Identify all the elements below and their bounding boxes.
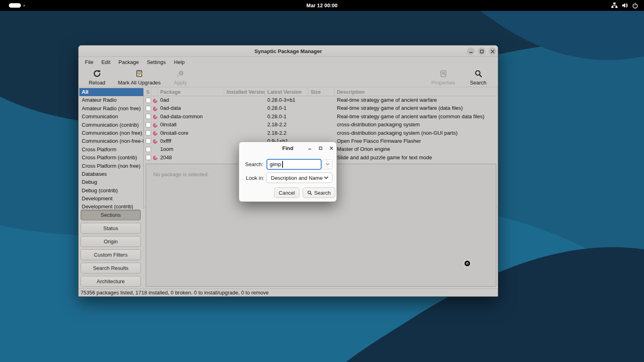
properties-icon xyxy=(439,69,448,78)
lookin-dropdown[interactable]: Description and Name xyxy=(266,173,332,183)
lookin-value: Description and Name xyxy=(271,175,323,181)
cell-description: cross-distribution packaging system (non… xyxy=(337,129,458,137)
origin-button[interactable]: Origin xyxy=(80,236,141,247)
cell-package: 0xffff xyxy=(160,137,171,145)
dialog-title-bar[interactable]: Find xyxy=(239,142,336,154)
cell-latest: 2.18-2.2 xyxy=(267,121,287,129)
minimize-button[interactable] xyxy=(467,47,475,55)
cell-description: Real-time strategy game of ancient warfa… xyxy=(337,96,437,104)
toolbar-label: Reload xyxy=(89,80,105,86)
debian-swirl-icon xyxy=(153,114,158,121)
package-checkbox[interactable] xyxy=(146,122,151,128)
menu-package[interactable]: Package xyxy=(114,57,143,67)
category-item[interactable]: Amateur Radio xyxy=(79,96,143,104)
column-header[interactable]: Size xyxy=(308,88,334,96)
dialog-search-button[interactable]: Search xyxy=(303,187,335,198)
debian-swirl-icon xyxy=(153,138,158,146)
search-history-dropdown[interactable] xyxy=(322,159,332,169)
clock[interactable]: Mar 12 00:00 xyxy=(0,0,644,11)
category-item[interactable]: Cross Platform (contrib) xyxy=(79,154,143,162)
lookin-label: Look in: xyxy=(246,175,264,181)
status-button[interactable]: Status xyxy=(80,223,141,234)
category-item[interactable]: Communication (contrib) xyxy=(79,121,143,129)
power-icon xyxy=(632,2,638,9)
category-item[interactable]: Cross Platform (non free) xyxy=(79,162,143,170)
column-header[interactable]: S xyxy=(144,88,152,96)
find-dialog: Find Search: Look in: Description and Na… xyxy=(239,142,337,202)
cell-package: 2048 xyxy=(160,154,172,162)
menu-edit[interactable]: Edit xyxy=(97,57,114,67)
cell-package: 0install xyxy=(160,121,176,129)
text-caret xyxy=(282,161,283,168)
cell-description: Real-time strategy game of ancient warfa… xyxy=(337,113,484,121)
menu-file[interactable]: File xyxy=(81,57,97,67)
category-item[interactable]: Databases xyxy=(79,170,143,178)
search-icon xyxy=(307,190,312,195)
search-input[interactable] xyxy=(266,159,322,170)
package-checkbox[interactable] xyxy=(146,106,151,111)
toolbar-properties-button: Properties xyxy=(424,68,462,86)
table-row[interactable]: 0install-core2.18-2.2cross-distribution … xyxy=(144,129,497,137)
debian-swirl-icon xyxy=(153,130,158,138)
package-checkbox[interactable] xyxy=(146,98,151,103)
column-header[interactable]: Description xyxy=(334,88,497,96)
cell-package: 0ad-data xyxy=(160,104,181,112)
column-header[interactable]: Installed Version xyxy=(224,88,265,96)
mouse-pointer-indicator xyxy=(464,260,471,267)
table-header: SPackageInstalled VersionLatest VersionS… xyxy=(144,88,497,96)
category-item[interactable]: Development (contrib) xyxy=(79,203,143,209)
cancel-label: Cancel xyxy=(279,190,295,196)
table-row[interactable]: 0ad-data-common0.28.0-1Real-time strateg… xyxy=(144,113,497,121)
toolbar-apply-button: Apply xyxy=(168,68,193,86)
cell-package: 0install-core xyxy=(160,129,188,137)
cell-latest: 0.28.0-1 xyxy=(267,104,287,112)
toolbar-search-button[interactable]: Search xyxy=(466,68,491,86)
filter-buttons: SectionsStatusOriginCustom FiltersSearch… xyxy=(80,210,141,289)
category-item[interactable]: Development xyxy=(79,195,143,203)
system-tray[interactable] xyxy=(611,0,638,11)
column-header[interactable]: Package xyxy=(158,88,224,96)
category-item[interactable]: All xyxy=(79,88,143,96)
toolbar-mark-all-upgrades-button[interactable]: Mark All Upgrades xyxy=(112,68,166,86)
dialog-close-icon[interactable] xyxy=(328,145,335,151)
menu-help[interactable]: Help xyxy=(170,57,189,67)
toolbar: ReloadMark All UpgradesApplyPropertiesSe… xyxy=(78,67,498,87)
title-bar[interactable]: Synaptic Package Manager xyxy=(78,45,498,57)
column-header[interactable] xyxy=(152,88,158,96)
dialog-maximize-button[interactable] xyxy=(317,145,324,151)
category-item[interactable]: Amateur Radio (non free) xyxy=(79,105,143,113)
search-results-button[interactable]: Search Results xyxy=(80,263,141,274)
category-item[interactable]: Communication xyxy=(79,113,143,121)
category-item[interactable]: Communication (non-free-f xyxy=(79,137,143,145)
package-checkbox[interactable] xyxy=(146,155,151,160)
menu-bar: FileEditPackageSettingsHelp xyxy=(78,57,498,67)
cell-description: cross-distribution packaging system xyxy=(337,121,420,129)
mark-upgrades-icon xyxy=(135,69,144,78)
custom-filters-button[interactable]: Custom Filters xyxy=(80,249,141,260)
dialog-minimize-button[interactable] xyxy=(306,145,313,151)
package-checkbox[interactable] xyxy=(146,147,151,152)
category-item[interactable]: Debug (contrib) xyxy=(79,187,143,195)
table-row[interactable]: 0ad0.28.0-3+b1Real-time strategy game of… xyxy=(144,96,497,104)
cell-description: Open Free Fiasco Firmware Flasher xyxy=(337,137,421,145)
toolbar-label: Apply xyxy=(174,80,187,86)
package-checkbox[interactable] xyxy=(146,130,151,136)
column-header[interactable]: Latest Version xyxy=(265,88,308,96)
table-row[interactable]: 0ad-data0.28.0-1Real-time strategy game … xyxy=(144,104,497,112)
toolbar-label: Mark All Upgrades xyxy=(118,80,161,86)
package-checkbox[interactable] xyxy=(146,138,151,144)
table-row[interactable]: 0install2.18-2.2cross-distribution packa… xyxy=(144,121,497,129)
architecture-button[interactable]: Architecture xyxy=(80,276,141,287)
toolbar-label: Properties xyxy=(431,80,455,86)
cell-package: 0ad xyxy=(160,96,169,104)
maximize-button[interactable] xyxy=(478,47,485,55)
toolbar-reload-button[interactable]: Reload xyxy=(83,68,111,86)
sections-button[interactable]: Sections xyxy=(80,210,141,220)
category-item[interactable]: Debug xyxy=(79,178,143,186)
close-button[interactable] xyxy=(489,47,496,55)
category-item[interactable]: Cross Platform xyxy=(79,146,143,154)
cancel-button[interactable]: Cancel xyxy=(274,187,299,198)
menu-settings[interactable]: Settings xyxy=(143,57,170,67)
package-checkbox[interactable] xyxy=(146,114,151,119)
category-item[interactable]: Communication (non free) xyxy=(79,129,143,137)
